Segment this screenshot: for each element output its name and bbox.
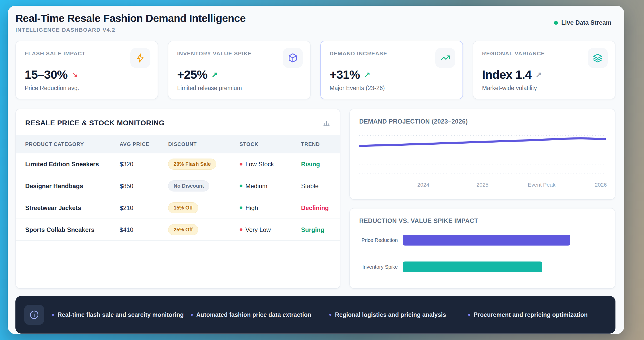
kpi-description: Market-wide volatility	[482, 85, 606, 92]
product-category: Streetwear Jackets	[16, 204, 120, 212]
avg-price: $320	[120, 161, 168, 168]
info-icon[interactable]	[24, 305, 44, 325]
header: Real-Time Resale Fashion Demand Intellig…	[15, 12, 615, 35]
kpi-card-inventory-value-spike: INVENTORY VALUE SPIKE +25% ↗ Limited rel…	[168, 41, 311, 99]
reduction-vs-spike-card: REDUCTION VS. VALUE SPIKE IMPACT Price R…	[349, 208, 615, 289]
kpi-value: 15–30%	[25, 67, 68, 82]
kpi-card-regional-variance: REGIONAL VARIANCE Index 1.4 ↗ Market-wid…	[473, 41, 615, 99]
line-chart-svg	[359, 130, 606, 180]
footer-feature-item: Real-time flash sale and scarcity monito…	[52, 311, 191, 318]
column-header: TREND	[301, 141, 340, 147]
trend-label: Surging	[301, 226, 340, 233]
table-row: Designer Handbags $850 No Discount Mediu…	[16, 175, 340, 197]
demand-line-series	[359, 138, 606, 146]
arrow-up-right-icon: ↗	[536, 70, 542, 79]
package-icon	[283, 48, 303, 68]
trend-label: Rising	[301, 161, 340, 168]
discount-badge: 15% Off	[168, 202, 198, 213]
stock-status: High	[240, 204, 301, 212]
kpi-card-flash-sale-impact: FLASH SALE IMPACT 15–30% ↘ Price Reducti…	[15, 41, 158, 99]
bar-chart-title: REDUCTION VS. VALUE SPIKE IMPACT	[359, 217, 606, 224]
x-tick: 2024	[417, 182, 429, 188]
trending-up-icon	[435, 48, 455, 68]
title-block: Real-Time Resale Fashion Demand Intellig…	[15, 12, 246, 33]
stock-dot	[240, 185, 242, 187]
live-data-stream-badge: Live Data Stream	[554, 19, 611, 26]
table-row: Streetwear Jackets $210 15% Off High Dec…	[16, 197, 340, 219]
table-row: Limited Edition Sneakers $320 20% Flash …	[16, 153, 340, 175]
table-row: Sports Collab Sneakers $410 25% Off Very…	[16, 219, 340, 241]
stock-dot	[240, 228, 242, 231]
page-title: Real-Time Resale Fashion Demand Intellig…	[15, 12, 246, 24]
bullet-dot	[329, 314, 331, 316]
kpi-value: +31%	[330, 67, 360, 82]
trend-label: Declining	[301, 204, 340, 212]
avg-price: $210	[120, 204, 168, 212]
arrow-up-right-icon: ↗	[212, 70, 218, 79]
avg-price: $850	[120, 182, 168, 190]
page-subtitle: INTELLIGENCE DASHBOARD V4.2	[15, 27, 246, 33]
footer-feature-item: Automated fashion price data extraction	[191, 311, 330, 318]
kpi-value: Index 1.4	[482, 67, 531, 82]
column-header: DISCOUNT	[168, 141, 239, 147]
discount-badge: 20% Flash Sale	[168, 159, 216, 170]
footer-bar: Real-time flash sale and scarcity monito…	[15, 296, 615, 334]
dashboard-panel: Real-Time Resale Fashion Demand Intellig…	[8, 6, 624, 334]
discount-badge: 25% Off	[168, 224, 198, 235]
bar-label: Price Reduction	[359, 237, 403, 243]
product-category: Sports Collab Sneakers	[16, 226, 120, 233]
trend-label: Stable	[301, 182, 340, 190]
bar-chart-icon[interactable]	[322, 119, 331, 127]
line-chart-title: DEMAND PROJECTION (2023–2026)	[359, 118, 606, 125]
price-reduction-bar	[403, 235, 570, 246]
layers-icon	[588, 48, 608, 68]
bar-label: Inventory Spike	[359, 264, 403, 270]
bullet-dot	[52, 314, 54, 316]
stock-status: Very Low	[240, 226, 301, 233]
column-header: AVG PRICE	[120, 141, 168, 147]
arrow-down-right-icon: ↘	[72, 70, 78, 79]
table-title: RESALE PRICE & STOCK MONITORING	[25, 119, 165, 127]
demand-projection-card: DEMAND PROJECTION (2023–2026) 2024 2025 …	[349, 109, 615, 200]
stock-dot	[240, 163, 242, 165]
product-category: Designer Handbags	[16, 182, 120, 190]
live-status-label: Live Data Stream	[561, 19, 611, 26]
arrow-up-right-icon: ↗	[364, 70, 370, 79]
lightning-icon	[130, 48, 150, 68]
demand-projection-chart: 2024 2025 Event Peak 2026	[359, 130, 606, 190]
bullet-dot	[468, 314, 470, 316]
impact-bar-chart: Price Reduction Inventory Spike	[359, 235, 606, 272]
discount-badge: No Discount	[168, 180, 209, 191]
product-category: Limited Edition Sneakers	[16, 161, 120, 168]
column-header: PRODUCT CATEGORY	[16, 141, 120, 147]
footer-feature-item: Procurement and repricing optimization	[468, 311, 607, 318]
kpi-description: Major Events (23-26)	[330, 85, 454, 92]
kpi-card-demand-increase: DEMAND INCREASE +31% ↗ Major Events (23-…	[320, 41, 463, 99]
main-content: RESALE PRICE & STOCK MONITORING PRODUCT …	[15, 109, 615, 289]
x-tick: 2026	[595, 182, 607, 188]
stock-status: Medium	[240, 182, 301, 190]
right-column: DEMAND PROJECTION (2023–2026) 2024 2025 …	[349, 109, 615, 289]
stock-status: Low Stock	[240, 161, 301, 168]
bullet-dot	[191, 314, 193, 316]
avg-price: $410	[120, 226, 168, 233]
kpi-card-row: FLASH SALE IMPACT 15–30% ↘ Price Reducti…	[15, 41, 615, 99]
x-tick: Event Peak	[528, 182, 555, 188]
table-header-row: PRODUCT CATEGORY AVG PRICE DISCOUNT STOC…	[16, 135, 340, 153]
kpi-description: Price Reduction avg.	[25, 85, 149, 92]
footer-feature-item: Regional logistics and pricing analysis	[329, 311, 468, 318]
stock-dot	[240, 206, 242, 209]
x-tick: 2025	[476, 182, 488, 188]
x-axis-ticks: 2024 2025 Event Peak 2026	[359, 182, 606, 190]
kpi-value: +25%	[177, 67, 207, 82]
live-status-dot	[554, 21, 558, 25]
resale-monitoring-card: RESALE PRICE & STOCK MONITORING PRODUCT …	[15, 109, 340, 289]
column-header: STOCK	[240, 141, 301, 147]
inventory-spike-bar	[403, 261, 542, 272]
kpi-description: Limited release premium	[177, 85, 301, 92]
